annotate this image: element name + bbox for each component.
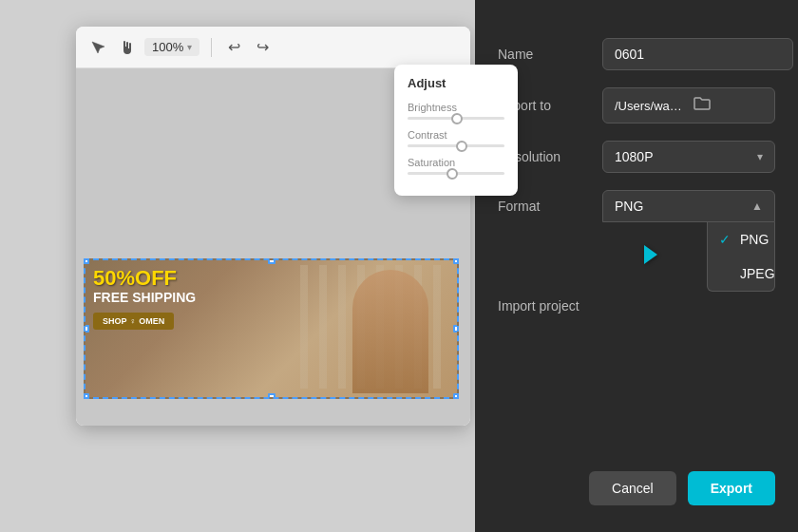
png-label: PNG [740, 232, 769, 247]
name-row: Name [498, 38, 775, 70]
saturation-slider[interactable] [408, 172, 504, 175]
saturation-row: Saturation [408, 157, 504, 175]
name-label: Name [498, 47, 602, 62]
import-label: Import project [498, 298, 602, 314]
brightness-slider[interactable] [408, 117, 504, 120]
banner-element[interactable]: 50%OFF FREE SHIPPING SHOP ♀ OMEN [84, 258, 459, 399]
select-tool-icon[interactable] [87, 37, 108, 58]
format-value: PNG [615, 199, 643, 214]
resolution-row: Resolution 1080P ▾ [498, 141, 775, 173]
brightness-row: Brightness [408, 102, 504, 120]
handle-top-right[interactable] [453, 258, 459, 264]
adjust-title: Adjust [408, 76, 504, 90]
banner-text-area: 50%OFF FREE SHIPPING SHOP ♀ OMEN [93, 268, 245, 330]
toolbar-separator [211, 38, 212, 57]
handle-mid-left[interactable] [84, 325, 89, 332]
handle-top-left[interactable] [84, 258, 89, 264]
format-row: Format PNG ▲ ✓ PNG ✓ JPEG [498, 190, 775, 222]
person-image [352, 270, 428, 393]
export-path-text: /Users/wangxingguo/... [615, 99, 688, 113]
shipping-text: FREE SHIPPING [93, 291, 245, 305]
png-check-icon: ✓ [719, 232, 731, 247]
resolution-select[interactable]: 1080P ▾ [602, 141, 775, 173]
resolution-value: 1080P [615, 149, 653, 164]
jpeg-check-icon: ✓ [719, 266, 731, 281]
right-panel: Name Export to /Users/wangxingguo/... Re… [475, 0, 798, 532]
handle-bottom-mid[interactable] [268, 393, 276, 399]
format-dropdown: ✓ PNG ✓ JPEG [707, 222, 775, 292]
handle-bottom-right[interactable] [453, 393, 459, 399]
handle-bottom-left[interactable] [84, 393, 89, 399]
adjust-panel: Adjust Brightness Contrast Saturation [394, 65, 518, 196]
svg-rect-0 [124, 41, 125, 48]
omen-label: OMEN [139, 316, 164, 326]
folder-icon[interactable] [694, 96, 767, 115]
cancel-button[interactable]: Cancel [589, 471, 676, 505]
export-button[interactable]: Export [688, 471, 775, 505]
zoom-control[interactable]: 100% ▾ [144, 38, 200, 56]
brightness-thumb[interactable] [451, 113, 463, 124]
contrast-label: Contrast [408, 129, 504, 141]
action-buttons: Cancel Export [589, 471, 775, 505]
contrast-row: Contrast [408, 129, 504, 147]
canvas-area: 100% ▾ ↩ ↪ 50%OFF FREE SHIPPING SHOP [0, 0, 475, 532]
format-label: Format [498, 199, 602, 214]
saturation-thumb[interactable] [446, 168, 458, 180]
handle-mid-right[interactable] [453, 325, 459, 332]
gender-icon: ♀ [130, 316, 137, 326]
handle-top-mid[interactable] [268, 258, 276, 264]
jpeg-label: JPEG [740, 266, 775, 281]
format-option-jpeg[interactable]: ✓ JPEG [708, 256, 774, 291]
export-path-field[interactable]: /Users/wangxingguo/... [602, 87, 775, 124]
browser-toolbar: 100% ▾ ↩ ↪ [76, 27, 470, 68]
contrast-thumb[interactable] [456, 141, 467, 152]
format-chevron-up: ▲ [751, 200, 763, 213]
hand-tool-icon[interactable] [116, 37, 137, 58]
zoom-chevron: ▾ [187, 42, 192, 52]
format-option-png[interactable]: ✓ PNG [708, 222, 774, 256]
contrast-slider[interactable] [408, 144, 504, 147]
sale-text: 50%OFF [93, 268, 245, 289]
saturation-label: Saturation [408, 157, 504, 168]
cursor-arrow [644, 245, 657, 264]
resolution-chevron: ▾ [757, 150, 763, 163]
import-row: Import project [498, 298, 775, 314]
format-select[interactable]: PNG ▲ [602, 190, 775, 222]
shop-label: SHOP [103, 316, 127, 326]
name-input[interactable] [602, 38, 793, 70]
banner-background: 50%OFF FREE SHIPPING SHOP ♀ OMEN [86, 260, 457, 397]
brightness-label: Brightness [408, 102, 504, 113]
arrow-cursor-shape [644, 245, 657, 264]
shop-button: SHOP ♀ OMEN [93, 313, 174, 330]
zoom-value: 100% [152, 40, 183, 54]
redo-icon[interactable]: ↪ [252, 37, 273, 58]
undo-icon[interactable]: ↩ [223, 37, 244, 58]
export-to-row: Export to /Users/wangxingguo/... [498, 87, 775, 124]
